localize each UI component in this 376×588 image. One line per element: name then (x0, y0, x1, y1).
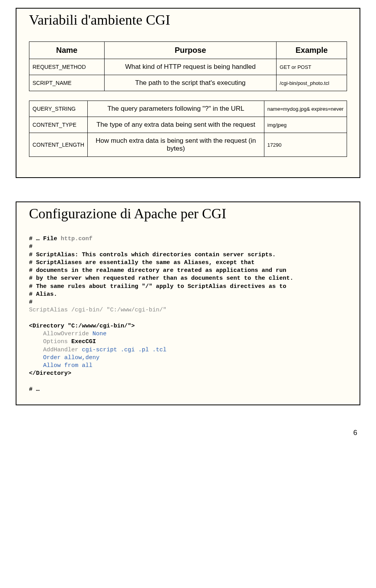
code-line: Order allow,deny (29, 354, 99, 361)
cell-purpose: The path to the script that's executing (104, 75, 276, 91)
code-line: <Directory "C:/wwww/cgi-bin/"> (29, 323, 135, 329)
code-line: # ScriptAliases are essentially the same… (29, 259, 255, 266)
code-line: AddHandler cgi-script .cgi .pl .tcl (29, 347, 166, 353)
table-group-1: Name Purpose Example REQUEST_METHOD What… (29, 41, 347, 91)
cell-purpose: The query parameters following "?" in th… (88, 101, 264, 117)
slide-title: Configurazione di Apache per CGI (29, 205, 231, 222)
cell-example: name=mydog.jpg& expires=never (264, 101, 347, 117)
table-header-row: Name Purpose Example (29, 42, 347, 59)
cell-name: QUERY_STRING (29, 101, 88, 117)
code-line: # (29, 299, 33, 306)
cell-name: CONTENT_TYPE (29, 117, 88, 133)
cgi-vars-table-2: QUERY_STRING The query parameters follow… (29, 101, 347, 157)
code-line: AllowOverride None (29, 331, 107, 337)
config-code-block: # … File http.conf # # ScriptAlias: This… (29, 235, 347, 394)
col-example: Example (277, 42, 347, 59)
code-line: # by the server when requested rather th… (29, 275, 293, 282)
code-line: # The same rules about trailing "/" appl… (29, 283, 286, 290)
cell-example: /cgi-bin/post_photo.tcl (277, 75, 347, 91)
col-purpose: Purpose (104, 42, 276, 59)
code-line: ScriptAlias /cgi-bin/ "C:/www/cgi-bin/" (29, 307, 166, 313)
cgi-vars-table-1: Name Purpose Example REQUEST_METHOD What… (29, 41, 347, 91)
cell-name: CONTENT_LENGTH (29, 133, 88, 157)
cell-example: img/jpeg (264, 117, 347, 133)
slide-title: Variabili d'ambiente CGI (29, 12, 175, 28)
slide-cgi-env-vars: Variabili d'ambiente CGI Name Purpose Ex… (16, 8, 360, 178)
table-row: QUERY_STRING The query parameters follow… (29, 101, 347, 117)
code-line: </Directory> (29, 370, 71, 377)
cell-purpose: The type of any extra data being sent wi… (88, 117, 264, 133)
cell-example: 17290 (264, 133, 347, 157)
table-row: SCRIPT_NAME The path to the script that'… (29, 75, 347, 91)
cell-name: REQUEST_METHOD (29, 59, 105, 75)
cell-purpose: How much extra data is being sent with t… (88, 133, 264, 157)
cell-purpose: What kind of HTTP request is being handl… (104, 59, 276, 75)
table-row: REQUEST_METHOD What kind of HTTP request… (29, 59, 347, 75)
code-line: # Alias. (29, 291, 57, 298)
code-line: # ScriptAlias: This controls which direc… (29, 252, 276, 258)
code-line: # … (29, 386, 40, 393)
table-row: CONTENT_LENGTH How much extra data is be… (29, 133, 347, 157)
cell-example: GET or POST (277, 59, 347, 75)
code-line: # (29, 243, 33, 250)
page-number: 6 (16, 429, 360, 437)
code-line: # … File http.conf (29, 236, 92, 242)
table-row: CONTENT_TYPE The type of any extra data … (29, 117, 347, 133)
col-name: Name (29, 42, 105, 59)
code-line: # documents in the realname directory ar… (29, 267, 286, 274)
cell-name: SCRIPT_NAME (29, 75, 105, 91)
table-group-2: QUERY_STRING The query parameters follow… (29, 101, 347, 157)
slide-apache-cgi-config: Configurazione di Apache per CGI # … Fil… (16, 201, 360, 405)
code-line: Allow from all (29, 362, 92, 369)
code-line: Options ExecCGI (29, 338, 96, 345)
